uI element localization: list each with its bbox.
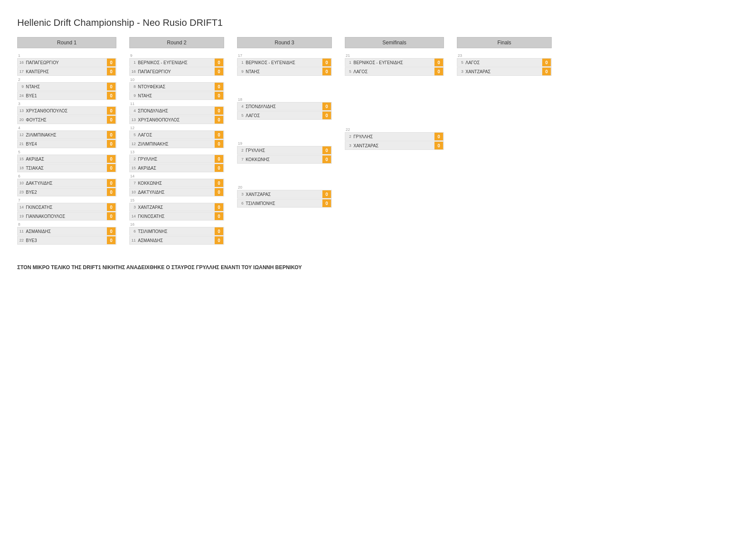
player-seed: 7 xyxy=(237,157,244,161)
player-row-22-bot: 3ΧΑΝΤΖΑΡΑΣ0 xyxy=(345,141,444,150)
player-seed: 7 xyxy=(130,181,137,185)
footnote: ΣΤΟΝ ΜΙΚΡΟ ΤΕΛΙΚΟ ΤΗΣ DRIFT1 ΝΙΚΗΤΗΣ ΑΝΑ… xyxy=(17,264,362,271)
player-score: 0 xyxy=(215,92,223,99)
player-score: 0 xyxy=(434,68,443,75)
match-label: 1 xyxy=(18,53,116,58)
match-label: 10 xyxy=(130,78,224,82)
connectors-semi-finals xyxy=(444,53,457,118)
player-score: 0 xyxy=(215,188,223,196)
player-score: 0 xyxy=(322,59,331,66)
match-label: 3 xyxy=(18,102,116,106)
match-22: 222ΓΡΥΛΛΗΣ03ΧΑΝΤΖΑΡΑΣ0 xyxy=(345,127,444,150)
round3-header: Round 3 xyxy=(237,37,332,48)
player-score: 0 xyxy=(215,212,223,220)
bracket-wrapper: Round 1 Round 2 Round 3 Semifinals Final… xyxy=(17,37,739,246)
player-row-1-bot: 17ΚΑΝΤΕΡΗΣ0 xyxy=(17,67,116,76)
player-score: 0 xyxy=(107,164,116,172)
match-19: 192ΓΡΥΛΛΗΣ07ΚΟΚΚΩΝΗΣ0 xyxy=(237,141,332,164)
player-row-12-top: 5ΛΑΓΟΣ0 xyxy=(129,130,224,139)
player-score: 0 xyxy=(434,59,443,66)
player-score: 0 xyxy=(215,131,223,139)
round1-column: 116ΠΑΠΑΓΕΩΡΓΙΟΥ017ΚΑΝΤΕΡΗΣ029ΝΤΑΗΣ024BYE… xyxy=(17,53,116,246)
player-seed: 16 xyxy=(18,60,25,65)
player-score: 0 xyxy=(107,83,116,90)
player-seed: 15 xyxy=(18,157,25,161)
player-score: 0 xyxy=(215,140,223,148)
player-seed: 14 xyxy=(130,214,137,218)
match-1: 116ΠΑΠΑΓΕΩΡΓΙΟΥ017ΚΑΝΤΕΡΗΣ0 xyxy=(17,53,116,76)
player-name: ΧΑΝΤΖΑΡΑΣ xyxy=(244,192,322,197)
player-row-22-top: 2ΓΡΥΛΛΗΣ0 xyxy=(345,132,444,141)
player-score: 0 xyxy=(107,131,116,139)
player-score: 0 xyxy=(434,142,443,149)
player-name: ΠΑΠΑΓΕΩΡΓΙΟΥ xyxy=(25,60,106,65)
player-seed: 22 xyxy=(18,238,25,242)
player-row-18-bot: 5ΛΑΓΟΣ0 xyxy=(237,111,332,120)
match-label: 20 xyxy=(238,185,332,189)
semifinals-matches: 211ΒΕΡΝΙΚΟΣ - ΕΥΓΕΝΙΔΗΣ05ΛΑΓΟΣ0222ΓΡΥΛΛΗ… xyxy=(345,53,444,150)
player-seed: 21 xyxy=(18,142,25,146)
match-label: 11 xyxy=(130,102,224,106)
player-row-9-bot: 16ΠΑΠΑΓΕΩΡΓΙΟΥ0 xyxy=(129,67,224,76)
player-row-2-top: 9ΝΤΑΗΣ0 xyxy=(17,82,116,91)
player-score: 0 xyxy=(107,203,116,211)
player-name: ΓΡΥΛΛΗΣ xyxy=(244,148,322,153)
player-row-5-top: 15ΑΚΡΙΔΑΣ0 xyxy=(17,155,116,163)
player-seed: 1 xyxy=(345,60,352,65)
player-score: 0 xyxy=(107,59,116,66)
player-seed: 13 xyxy=(18,109,25,113)
player-name: ΝΤΑΗΣ xyxy=(244,69,322,74)
player-row-9-top: 1ΒΕΡΝΙΚΟΣ - ΕΥΓΕΝΙΔΗΣ0 xyxy=(129,58,224,67)
player-name: ΒΕΡΝΙΚΟΣ - ΕΥΓΕΝΙΔΗΣ xyxy=(137,60,214,65)
player-row-2-bot: 24BYE10 xyxy=(17,91,116,100)
player-seed: 15 xyxy=(130,166,137,170)
player-seed: 5 xyxy=(345,69,352,74)
player-name: ΣΠΟΝΔΥΛΙΔΗΣ xyxy=(244,104,322,109)
semi-header: Semifinals xyxy=(345,37,444,48)
player-name: BYE4 xyxy=(25,142,106,146)
player-row-11-bot: 13ΧΡΥΣΑΝΘΟΠΟΥΛΟΣ0 xyxy=(129,115,224,124)
player-seed: 19 xyxy=(18,214,25,218)
player-row-15-top: 3ΧΑΝΤΖΑΡΑΣ0 xyxy=(129,203,224,211)
player-row-15-bot: 14ΓΚΙΝΟΣΑΤΗΣ0 xyxy=(129,212,224,220)
player-score: 0 xyxy=(322,112,331,119)
player-seed: 11 xyxy=(18,229,25,233)
player-seed: 16 xyxy=(130,69,137,74)
player-score: 0 xyxy=(107,68,116,75)
player-name: ΤΣΙΛΙΜΠΟΝΗΣ xyxy=(137,229,214,234)
player-seed: 1 xyxy=(130,60,137,65)
player-seed: 20 xyxy=(18,118,25,122)
player-score: 0 xyxy=(107,236,116,244)
player-name: ΑΣΜΑΝΙΔΗΣ xyxy=(137,238,214,243)
player-row-13-bot: 15ΑΚΡΙΔΑΣ0 xyxy=(129,164,224,172)
round2-matches: 91ΒΕΡΝΙΚΟΣ - ΕΥΓΕΝΙΔΗΣ016ΠΑΠΑΓΕΩΡΓΙΟΥ010… xyxy=(129,53,224,245)
player-row-7-bot: 19ΓΙΑΝΝΑΚΟΠΟΥΛΟΣ0 xyxy=(17,212,116,220)
match-label: 7 xyxy=(18,198,116,202)
player-seed: 10 xyxy=(130,190,137,194)
match-label: 12 xyxy=(130,126,224,130)
player-score: 0 xyxy=(215,236,223,244)
player-score: 0 xyxy=(215,203,223,211)
player-score: 0 xyxy=(215,155,223,163)
player-score: 0 xyxy=(215,68,223,75)
player-row-17-top: 1ΒΕΡΝΙΚΟΣ - ΕΥΓΕΝΙΔΗΣ0 xyxy=(237,58,332,67)
player-name: ΔΑΚΤΥΛΙΔΗΣ xyxy=(25,181,106,186)
player-seed: 3 xyxy=(345,143,352,148)
player-score: 0 xyxy=(107,92,116,99)
match-12: 125ΛΑΓΟΣ012ΖΙΛΙΜΠΙΝΑΚΗΣ0 xyxy=(129,126,224,148)
round2-column: 91ΒΕΡΝΙΚΟΣ - ΕΥΓΕΝΙΔΗΣ016ΠΑΠΑΓΕΩΡΓΙΟΥ010… xyxy=(129,53,224,246)
bracket-body: 116ΠΑΠΑΓΕΩΡΓΙΟΥ017ΚΑΝΤΕΡΗΣ029ΝΤΑΗΣ024BYE… xyxy=(17,49,739,246)
match-11: 114ΣΠΟΝΔΥΛΙΔΗΣ013ΧΡΥΣΑΝΘΟΠΟΥΛΟΣ0 xyxy=(129,102,224,124)
player-score: 0 xyxy=(322,146,331,154)
player-score: 0 xyxy=(322,199,331,207)
match-label: 16 xyxy=(130,222,224,227)
match-7: 714ΓΚΙΝΟΣΑΤΗΣ019ΓΙΑΝΝΑΚΟΠΟΥΛΟΣ0 xyxy=(17,198,116,220)
player-row-16-bot: 11ΑΣΜΑΝΙΔΗΣ0 xyxy=(129,236,224,245)
player-name: ΧΑΝΤΖΑΡΑΣ xyxy=(464,69,542,74)
player-name: ΒΕΡΝΙΚΟΣ - ΕΥΓΕΝΙΔΗΣ xyxy=(244,60,322,65)
match-18: 184ΣΠΟΝΔΥΛΙΔΗΣ05ΛΑΓΟΣ0 xyxy=(237,97,332,120)
match-14: 147ΚΟΚΚΩΝΗΣ010ΔΑΚΤΥΛΙΔΗΣ0 xyxy=(129,174,224,196)
player-name: ΛΑΓΟΣ xyxy=(464,60,542,65)
player-score: 0 xyxy=(215,83,223,90)
connectors-3-semi xyxy=(332,53,345,118)
